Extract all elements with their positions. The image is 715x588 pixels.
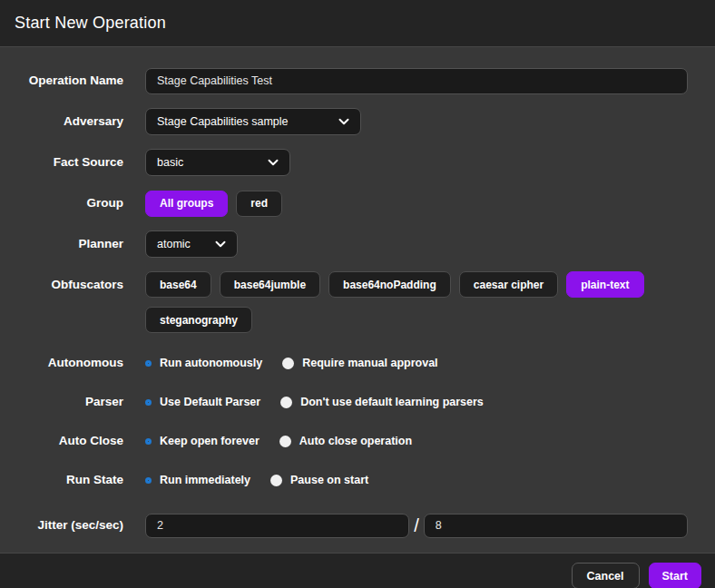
radio-selected-icon	[145, 477, 152, 484]
modal-header: Start New Operation	[0, 0, 715, 47]
start-new-operation-modal: Start New Operation Operation Name Adver…	[0, 0, 715, 588]
jitter-label: Jitter (sec/sec)	[0, 512, 123, 539]
jitter-min-input[interactable]	[145, 514, 409, 538]
adversary-selected-value: Stage Capabilities sample	[157, 115, 289, 128]
radio-selected-icon	[145, 399, 152, 406]
radio-unselected-icon	[270, 475, 282, 486]
radio-auto-close-operation[interactable]: Auto close operation	[279, 435, 412, 447]
obfuscators-row: Obfuscators base64 base64jumble base64no…	[0, 271, 688, 333]
fact-source-label: Fact Source	[0, 149, 123, 176]
group-option-red[interactable]: red	[236, 191, 282, 217]
modal-title: Start New Operation	[15, 14, 700, 33]
modal-footer: Cancel Start	[0, 553, 715, 588]
operation-name-input[interactable]	[145, 68, 688, 94]
obfuscator-option-caesar-cipher[interactable]: caesar cipher	[459, 271, 558, 298]
autonomous-row: Autonomous Run autonomously Require manu…	[0, 356, 688, 370]
radio-dont-use-default-parsers[interactable]: Don't use default learning parsers	[280, 396, 484, 408]
obfuscators-label: Obfuscators	[0, 271, 123, 299]
obfuscator-option-base64nopadding[interactable]: base64noPadding	[328, 271, 451, 298]
adversary-row: Adversary Stage Capabilities sample	[0, 108, 688, 135]
radio-unselected-icon	[280, 397, 292, 408]
planner-selected-value: atomic	[157, 238, 191, 250]
fact-source-row: Fact Source basic	[0, 149, 688, 176]
operation-name-row: Operation Name	[0, 67, 688, 94]
adversary-select[interactable]: Stage Capabilities sample	[145, 108, 361, 135]
obfuscator-option-base64[interactable]: base64	[145, 271, 211, 298]
radio-unselected-icon	[282, 358, 294, 369]
autonomous-label: Autonomous	[0, 356, 123, 370]
chevron-down-icon	[338, 116, 349, 127]
group-row: Group All groups red	[0, 190, 688, 217]
jitter-max-input[interactable]	[424, 514, 688, 538]
radio-unselected-icon	[279, 436, 291, 447]
run-state-row: Run State Run immediately Pause on start	[0, 473, 688, 487]
obfuscator-option-plain-text[interactable]: plain-text	[566, 271, 643, 298]
obfuscator-options: base64 base64jumble base64noPadding caes…	[145, 271, 688, 333]
modal-body: Operation Name Adversary Stage Capabilit…	[0, 47, 715, 553]
radio-use-default-parser[interactable]: Use Default Parser	[145, 396, 260, 408]
fact-source-select[interactable]: basic	[145, 149, 290, 176]
radio-require-manual-approval[interactable]: Require manual approval	[282, 357, 437, 369]
radio-run-immediately[interactable]: Run immediately	[145, 474, 250, 486]
radio-selected-icon	[145, 438, 152, 445]
auto-close-row: Auto Close Keep open forever Auto close …	[0, 434, 688, 448]
obfuscator-option-base64jumble[interactable]: base64jumble	[220, 271, 320, 298]
planner-label: Planner	[0, 230, 123, 258]
planner-row: Planner atomic	[0, 230, 688, 258]
operation-name-label: Operation Name	[0, 67, 123, 94]
radio-keep-open-forever[interactable]: Keep open forever	[145, 435, 260, 447]
jitter-row: Jitter (sec/sec) /	[0, 512, 688, 539]
planner-select[interactable]: atomic	[145, 230, 238, 258]
run-state-label: Run State	[0, 473, 123, 487]
start-button[interactable]: Start	[649, 563, 701, 588]
fact-source-selected-value: basic	[157, 156, 183, 169]
auto-close-label: Auto Close	[0, 434, 123, 448]
chevron-down-icon	[268, 157, 279, 168]
jitter-separator: /	[414, 516, 419, 534]
radio-run-autonomously[interactable]: Run autonomously	[145, 357, 262, 369]
radio-selected-icon	[145, 360, 152, 367]
parser-row: Parser Use Default Parser Don't use defa…	[0, 395, 688, 409]
cancel-button[interactable]: Cancel	[572, 563, 640, 588]
group-option-all-groups[interactable]: All groups	[145, 191, 228, 217]
adversary-label: Adversary	[0, 108, 123, 135]
group-label: Group	[0, 190, 123, 217]
group-options: All groups red	[145, 191, 282, 217]
obfuscator-option-steganography[interactable]: steganography	[145, 307, 252, 333]
parser-label: Parser	[0, 395, 123, 409]
radio-pause-on-start[interactable]: Pause on start	[270, 474, 368, 486]
chevron-down-icon	[215, 239, 226, 250]
